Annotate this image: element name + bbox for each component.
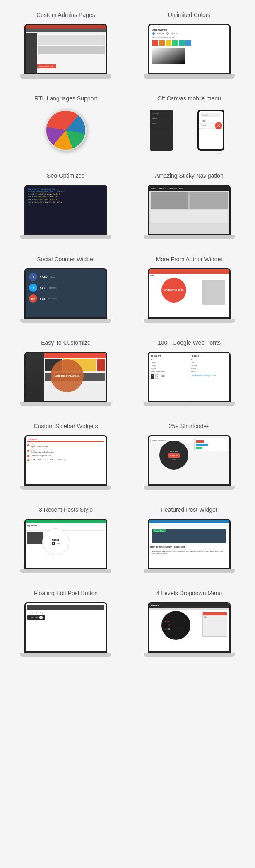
laptop-base-fonts [144, 402, 235, 406]
font-arial-body: Arial [151, 358, 187, 361]
laptop-base-floating [20, 653, 111, 657]
shortcode-buttons: - Buttons [168, 453, 180, 458]
font-arial-heading: Arial [191, 358, 227, 361]
author-img [202, 280, 225, 305]
swatch-teal[interactable] [179, 40, 185, 46]
timeline-item-2: 30 Nov The Businessman Fashion Man [27, 449, 104, 453]
phone-screen: Search HOME PAGES S [199, 111, 223, 149]
laptop-base-featured [144, 569, 235, 573]
laptop-unlimited-colors: Admin Number Enable Oracle Main Color: E… [148, 24, 231, 78]
dropdown-panel-content: Rights [203, 615, 227, 619]
laptop-body-customize: Suggested th Surface. [24, 352, 107, 402]
swatch-blue[interactable] [185, 40, 191, 46]
classic-text: ○ Tir [57, 542, 60, 544]
author-site-title: """" [149, 274, 229, 279]
customize-header [44, 353, 106, 358]
font-georgia-body: Georgia [151, 364, 187, 367]
font-impact-heading: Impact [191, 367, 227, 370]
admin-number-label: Admin Number [152, 29, 226, 31]
screen-header [26, 25, 106, 29]
shortcode-circle: Shortcode - Buttons Drop [159, 441, 188, 470]
swatch-red[interactable] [152, 40, 158, 46]
feature-title-sidebar: Custom Sidebar Widgets [34, 423, 98, 429]
screen-featured: Featured Post Bow Tie Businessman Fashio… [149, 520, 229, 568]
s-badge: S [215, 122, 222, 129]
dropdown-header: Surface. [149, 603, 229, 608]
featured-header [149, 520, 229, 523]
color-picker[interactable] [152, 48, 185, 64]
twitter-label: Followers [48, 286, 56, 289]
feature-title-seo: Seo Optimized [47, 172, 85, 179]
feature-title-recent: 3 Recent Posts Style [39, 506, 93, 513]
timeline-dot-4 [27, 459, 29, 461]
mytheme-label: MyTheme [26, 523, 106, 527]
radio-oracle-label: Oracle [171, 32, 178, 35]
screen-seo: How property management com...mytheme-de… [26, 186, 106, 234]
admins-sidebar [26, 33, 37, 73]
laptop-featured: Featured Post Bow Tie Businessman Fashio… [148, 519, 231, 572]
seo-line-5: </> [28, 204, 104, 206]
screen-custom-admins: Recent Posts By A... [26, 25, 106, 73]
laptop-base-social [20, 319, 111, 323]
laptop-body-recent: MyTheme cyle Classic ○ Tir [24, 519, 107, 569]
customize-img-3 [97, 359, 105, 371]
feature-title-featured: Featured Post Widget [161, 506, 217, 513]
floating-edit-row: Edit Post ✎ [27, 615, 104, 620]
canvas-item-layouts: LAYOUTS [152, 111, 171, 116]
body-fonts-panel: Body Font Arial Courier Georgia Impact T… [149, 353, 189, 401]
feature-title-floating: Floating Edit Post Button [34, 590, 98, 596]
laptop-base-shortcodes [144, 486, 235, 490]
screen-shortcodes: Buttons with tooltips Shortcode - Button… [149, 436, 229, 484]
dropdown-active-indicator: ▶ day [165, 620, 169, 622]
screen-social: f 354K Likes t 547 Followers g+ 678 Foll… [26, 269, 106, 317]
swatch-yellow[interactable] [166, 40, 171, 46]
laptop-base-recent [20, 569, 111, 573]
globe-container [29, 107, 103, 153]
edit-post-button[interactable]: Edit Post ✎ [27, 615, 45, 620]
canvas-menu: LAYOUTS sidebar WORK [150, 110, 173, 151]
laptop-base-2 [144, 74, 235, 79]
bold-btn[interactable]: B [151, 374, 154, 379]
dropdown-level2-a: Level 2 [165, 623, 187, 627]
feature-title-custom-admins: Custom Admins Pages [36, 12, 95, 18]
laptop-base-customize [20, 402, 111, 406]
facebook-row: f 354K Likes [29, 273, 103, 281]
italic-btn[interactable]: I [155, 374, 159, 379]
laptop-body-floating: ...f America Bald Eagle Edit Post ✎ [24, 602, 107, 653]
laptop-sidebar-w: Timeline 20 Dec Lights Clouds Dark Car 3… [24, 435, 107, 489]
font-courier-heading: Courier [191, 361, 227, 364]
laptop-customize: Suggested th Surface. [24, 352, 107, 405]
feature-floating-edit: Floating Edit Post Button ...f America B… [4, 582, 128, 666]
laptop-base-sidebar-w [20, 486, 111, 490]
clear-changes-link[interactable]: Clear all advance changes to beta [191, 374, 227, 377]
dropdown-right-panel: Rights [202, 612, 227, 637]
recent-img [27, 532, 43, 544]
laptop-fonts: Body Font Arial Courier Georgia Impact T… [148, 352, 231, 405]
recent-nav [26, 527, 106, 531]
feature-title-sticky-nav: Amazing Sticky Navigation [155, 172, 224, 179]
recent-header [26, 520, 106, 523]
swatch-green[interactable] [172, 40, 178, 46]
radio-oracle-dot [166, 32, 169, 35]
feature-featured-post: Featured Post Widget Featured Post Bow T… [128, 499, 251, 582]
laptop-body: Recent Posts By A... [24, 24, 107, 74]
laptop-body-dropdown: Surface. ▶ day Level 2 Level 2 Rights [148, 602, 231, 653]
feature-dropdown: 4 Levels Dropdown Menu Surface. ▶ day Le… [128, 582, 251, 666]
font-size-display: 100% [160, 374, 166, 379]
sticky-img-1 [151, 192, 188, 209]
feature-customize: Easy To Customize [4, 332, 128, 415]
featured-badge: Featured Post [153, 529, 166, 532]
facebook-label: Likes [50, 276, 55, 278]
dropdown-logo: Surface. [151, 604, 159, 607]
laptop-body-2: Admin Number Enable Oracle Main Color: E… [148, 24, 231, 74]
feature-title-dropdown: 4 Levels Dropdown Menu [156, 590, 222, 596]
twitter-count: 547 [40, 286, 45, 290]
feature-sticky-nav: Amazing Sticky Navigation HOME PAGES ▾ F… [128, 165, 251, 248]
feature-title-rtl: RTL Languages Support [34, 95, 97, 102]
classic-radio[interactable] [52, 542, 55, 545]
timeline-dot-1 [27, 444, 29, 446]
admins-card-2 [38, 46, 105, 54]
swatch-orange[interactable] [159, 40, 165, 46]
sticky-text [151, 210, 228, 223]
feature-title-customize: Easy To Customize [41, 339, 91, 346]
